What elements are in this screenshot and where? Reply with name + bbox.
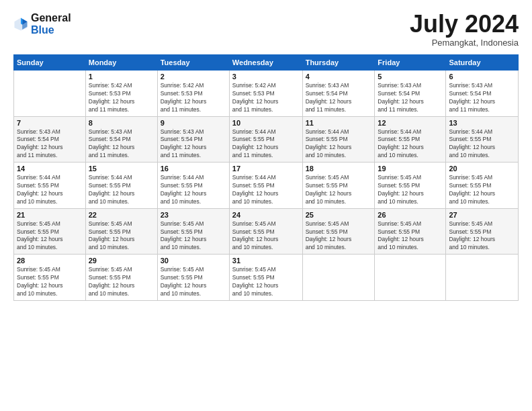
calendar-cell: 24Sunrise: 5:45 AMSunset: 5:55 PMDayligh… xyxy=(229,208,302,255)
calendar-header: SundayMondayTuesdayWednesdayThursdayFrid… xyxy=(14,55,519,71)
page: General Blue July 2024 Pemangkat, Indone… xyxy=(0,0,532,411)
day-number: 14 xyxy=(17,165,83,173)
calendar-cell: 17Sunrise: 5:44 AMSunset: 5:55 PMDayligh… xyxy=(229,163,302,209)
column-header-saturday: Saturday xyxy=(446,55,519,71)
day-number: 2 xyxy=(161,73,226,81)
day-info: Sunrise: 5:44 AMSunset: 5:55 PMDaylight:… xyxy=(232,174,300,206)
day-info: Sunrise: 5:45 AMSunset: 5:55 PMDaylight:… xyxy=(306,220,372,253)
calendar-cell: 5Sunrise: 5:43 AMSunset: 5:54 PMDaylight… xyxy=(375,71,446,117)
day-number: 22 xyxy=(89,211,154,219)
day-info: Sunrise: 5:43 AMSunset: 5:54 PMDaylight:… xyxy=(89,128,154,161)
day-info: Sunrise: 5:45 AMSunset: 5:55 PMDaylight:… xyxy=(306,174,372,206)
calendar-cell: 18Sunrise: 5:45 AMSunset: 5:55 PMDayligh… xyxy=(302,163,375,209)
calendar-cell: 11Sunrise: 5:44 AMSunset: 5:55 PMDayligh… xyxy=(302,116,375,163)
svg-marker-3 xyxy=(21,17,22,24)
week-row-4: 21Sunrise: 5:45 AMSunset: 5:55 PMDayligh… xyxy=(14,208,519,255)
calendar-cell: 23Sunrise: 5:45 AMSunset: 5:55 PMDayligh… xyxy=(157,208,229,255)
day-number: 11 xyxy=(306,119,372,127)
day-info: Sunrise: 5:45 AMSunset: 5:55 PMDaylight:… xyxy=(449,220,515,253)
day-info: Sunrise: 5:45 AMSunset: 5:55 PMDaylight:… xyxy=(89,220,154,253)
column-header-tuesday: Tuesday xyxy=(157,55,229,71)
calendar-cell: 4Sunrise: 5:43 AMSunset: 5:54 PMDaylight… xyxy=(302,71,375,117)
day-info: Sunrise: 5:45 AMSunset: 5:55 PMDaylight:… xyxy=(378,220,443,253)
day-number: 3 xyxy=(232,73,300,81)
logo-text: General Blue xyxy=(31,12,71,36)
header-row: SundayMondayTuesdayWednesdayThursdayFrid… xyxy=(14,55,519,71)
day-info: Sunrise: 5:45 AMSunset: 5:55 PMDaylight:… xyxy=(232,220,300,253)
calendar-cell xyxy=(14,71,86,117)
day-number: 21 xyxy=(17,211,83,219)
day-info: Sunrise: 5:44 AMSunset: 5:55 PMDaylight:… xyxy=(449,128,515,161)
day-number: 25 xyxy=(306,211,372,219)
calendar-cell: 14Sunrise: 5:44 AMSunset: 5:55 PMDayligh… xyxy=(14,163,86,209)
day-info: Sunrise: 5:44 AMSunset: 5:55 PMDaylight:… xyxy=(232,128,300,161)
calendar-cell: 29Sunrise: 5:45 AMSunset: 5:55 PMDayligh… xyxy=(85,255,157,301)
day-info: Sunrise: 5:44 AMSunset: 5:55 PMDaylight:… xyxy=(306,128,372,161)
day-number: 10 xyxy=(232,119,300,127)
logo: General Blue xyxy=(13,12,71,36)
day-info: Sunrise: 5:44 AMSunset: 5:55 PMDaylight:… xyxy=(89,174,154,206)
week-row-2: 7Sunrise: 5:43 AMSunset: 5:54 PMDaylight… xyxy=(14,116,519,163)
calendar-cell: 25Sunrise: 5:45 AMSunset: 5:55 PMDayligh… xyxy=(302,208,375,255)
column-header-wednesday: Wednesday xyxy=(229,55,302,71)
day-info: Sunrise: 5:45 AMSunset: 5:55 PMDaylight:… xyxy=(161,220,226,253)
logo-icon xyxy=(13,17,28,32)
calendar-body: 1Sunrise: 5:42 AMSunset: 5:53 PMDaylight… xyxy=(14,71,519,301)
day-number: 6 xyxy=(449,73,515,81)
calendar-cell: 1Sunrise: 5:42 AMSunset: 5:53 PMDaylight… xyxy=(85,71,157,117)
day-number: 31 xyxy=(232,257,300,265)
day-info: Sunrise: 5:45 AMSunset: 5:55 PMDaylight:… xyxy=(449,174,515,206)
column-header-sunday: Sunday xyxy=(14,55,86,71)
day-number: 30 xyxy=(161,257,226,265)
column-header-monday: Monday xyxy=(85,55,157,71)
day-number: 23 xyxy=(161,211,226,219)
day-number: 16 xyxy=(161,165,226,173)
day-number: 29 xyxy=(89,257,154,265)
calendar-cell xyxy=(375,255,446,301)
day-number: 18 xyxy=(306,165,372,173)
day-number: 1 xyxy=(89,73,154,81)
day-number: 17 xyxy=(232,165,300,173)
day-info: Sunrise: 5:45 AMSunset: 5:55 PMDaylight:… xyxy=(378,174,443,206)
day-info: Sunrise: 5:45 AMSunset: 5:55 PMDaylight:… xyxy=(89,266,154,298)
day-info: Sunrise: 5:45 AMSunset: 5:55 PMDaylight:… xyxy=(17,266,83,298)
calendar-cell: 13Sunrise: 5:44 AMSunset: 5:55 PMDayligh… xyxy=(446,116,519,163)
week-row-5: 28Sunrise: 5:45 AMSunset: 5:55 PMDayligh… xyxy=(14,255,519,301)
day-number: 19 xyxy=(378,165,443,173)
day-info: Sunrise: 5:43 AMSunset: 5:54 PMDaylight:… xyxy=(449,82,515,114)
day-info: Sunrise: 5:42 AMSunset: 5:53 PMDaylight:… xyxy=(89,82,154,114)
calendar-cell: 2Sunrise: 5:42 AMSunset: 5:53 PMDaylight… xyxy=(157,71,229,117)
calendar-cell: 8Sunrise: 5:43 AMSunset: 5:54 PMDaylight… xyxy=(85,116,157,163)
calendar-cell: 27Sunrise: 5:45 AMSunset: 5:55 PMDayligh… xyxy=(446,208,519,255)
location: Pemangkat, Indonesia xyxy=(410,38,519,48)
day-info: Sunrise: 5:45 AMSunset: 5:55 PMDaylight:… xyxy=(232,266,300,298)
day-number: 15 xyxy=(89,165,154,173)
day-info: Sunrise: 5:42 AMSunset: 5:53 PMDaylight:… xyxy=(161,82,226,114)
day-info: Sunrise: 5:43 AMSunset: 5:54 PMDaylight:… xyxy=(306,82,372,114)
day-number: 27 xyxy=(449,211,515,219)
calendar-cell: 28Sunrise: 5:45 AMSunset: 5:55 PMDayligh… xyxy=(14,255,86,301)
day-info: Sunrise: 5:43 AMSunset: 5:54 PMDaylight:… xyxy=(161,128,226,161)
calendar-cell: 26Sunrise: 5:45 AMSunset: 5:55 PMDayligh… xyxy=(375,208,446,255)
calendar-cell: 16Sunrise: 5:44 AMSunset: 5:55 PMDayligh… xyxy=(157,163,229,209)
day-info: Sunrise: 5:42 AMSunset: 5:53 PMDaylight:… xyxy=(232,82,300,114)
day-number: 8 xyxy=(89,119,154,127)
day-number: 5 xyxy=(378,73,443,81)
calendar-cell xyxy=(446,255,519,301)
week-row-3: 14Sunrise: 5:44 AMSunset: 5:55 PMDayligh… xyxy=(14,163,519,209)
week-row-1: 1Sunrise: 5:42 AMSunset: 5:53 PMDaylight… xyxy=(14,71,519,117)
month-title: July 2024 xyxy=(410,12,519,36)
day-number: 20 xyxy=(449,165,515,173)
day-number: 4 xyxy=(306,73,372,81)
day-number: 7 xyxy=(17,119,83,127)
logo-blue: Blue xyxy=(31,24,54,36)
calendar-cell: 20Sunrise: 5:45 AMSunset: 5:55 PMDayligh… xyxy=(446,163,519,209)
day-number: 12 xyxy=(378,119,443,127)
calendar-cell: 21Sunrise: 5:45 AMSunset: 5:55 PMDayligh… xyxy=(14,208,86,255)
day-info: Sunrise: 5:44 AMSunset: 5:55 PMDaylight:… xyxy=(378,128,443,161)
calendar-cell: 10Sunrise: 5:44 AMSunset: 5:55 PMDayligh… xyxy=(229,116,302,163)
day-info: Sunrise: 5:44 AMSunset: 5:55 PMDaylight:… xyxy=(17,174,83,206)
calendar-cell: 31Sunrise: 5:45 AMSunset: 5:55 PMDayligh… xyxy=(229,255,302,301)
day-info: Sunrise: 5:44 AMSunset: 5:55 PMDaylight:… xyxy=(161,174,226,206)
day-number: 26 xyxy=(378,211,443,219)
